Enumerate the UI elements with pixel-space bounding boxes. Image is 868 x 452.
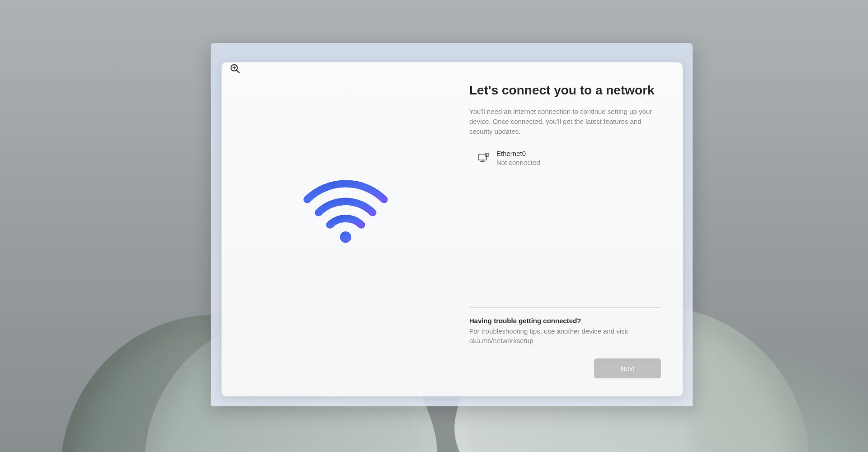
page-description: You'll need an internet connection to co… — [469, 107, 661, 136]
network-text: Ethernet0 Not connected — [496, 149, 540, 168]
help-title: Having trouble getting connected? — [469, 317, 661, 325]
page-title: Let's connect you to a network — [469, 82, 661, 99]
network-name: Ethernet0 — [496, 149, 540, 158]
button-row: Next — [469, 358, 661, 378]
network-item-ethernet0[interactable]: Ethernet0 Not connected — [469, 147, 661, 170]
help-section: Having trouble getting connected? For tr… — [469, 307, 661, 346]
next-button[interactable]: Next — [594, 358, 661, 378]
help-text: For troubleshooting tips, use another de… — [469, 326, 661, 346]
illustration-pane — [222, 62, 469, 396]
ethernet-icon — [477, 152, 489, 164]
wifi-icon — [302, 179, 390, 244]
magnifier-icon[interactable] — [230, 63, 241, 74]
content-pane: Let's connect you to a network You'll ne… — [469, 62, 683, 396]
svg-line-1 — [236, 70, 239, 73]
network-status: Not connected — [496, 158, 540, 167]
network-setup-dialog: Let's connect you to a network You'll ne… — [222, 62, 683, 396]
svg-point-4 — [340, 231, 351, 243]
